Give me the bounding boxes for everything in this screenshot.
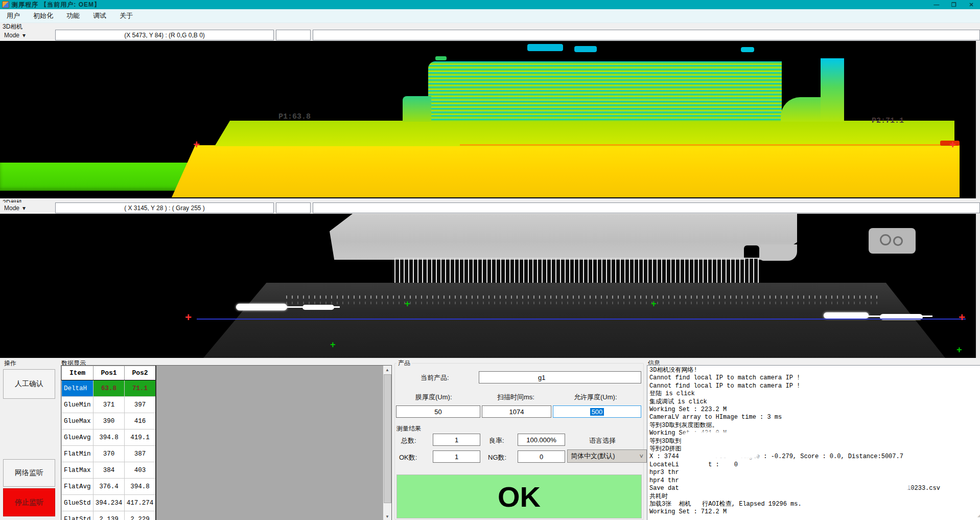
operation-panel-title: 操作: [4, 359, 16, 368]
table-row[interactable]: GlueAvg 394.8 419.1: [62, 429, 156, 446]
minimize-icon[interactable]: —: [928, 0, 945, 9]
log-line: 共耗时: [649, 493, 979, 501]
total-field[interactable]: 1: [433, 434, 480, 446]
menu-item-debug[interactable]: 调试: [86, 11, 113, 20]
table-row[interactable]: DeltaH 63.8 71.1: [62, 380, 156, 397]
table-row[interactable]: FlatAvg 376.4 394.8: [62, 479, 156, 495]
table-row[interactable]: GlueMin 371 397: [62, 397, 156, 413]
col-pos1: Pos1: [94, 366, 125, 380]
camera3d-label: 3D相机: [0, 22, 207, 30]
stop-listen-button[interactable]: 停止监听: [3, 488, 55, 516]
current-product-label: 当前产品:: [421, 373, 449, 382]
log-line: 登陆 is click: [649, 390, 979, 398]
table-row[interactable]: GlueMax 390 416: [62, 413, 156, 429]
marker-cross-green: +: [405, 300, 410, 309]
marker-cross-right: +: [959, 313, 965, 324]
close-icon[interactable]: ✕: [963, 0, 980, 9]
chevron-down-icon: ˅: [639, 453, 643, 460]
camera3d-status-box: [313, 30, 980, 40]
ok-count-field[interactable]: 1: [433, 450, 480, 463]
table-row[interactable]: FlatStd 2.139 2.229: [62, 511, 156, 520]
scroll-up-icon[interactable]: ▲: [383, 366, 391, 374]
fixture-base: [203, 283, 945, 358]
grayscale-2d-view[interactable]: + + + + + +: [0, 214, 980, 358]
table-row[interactable]: FlatMin 370 387: [62, 446, 156, 462]
scrollbar-thumb[interactable]: [384, 374, 391, 503]
menu-item-function[interactable]: 功能: [60, 11, 86, 20]
grayscale-scroll-strip[interactable]: [976, 214, 980, 358]
app-icon: [2, 1, 9, 8]
log-line: Working Set : 712.2 M: [649, 508, 979, 516]
footprint-row: [286, 296, 879, 299]
menu-item-about[interactable]: 关于: [113, 11, 139, 20]
log-line: LocateLi t : 0: [649, 461, 979, 469]
grid-scrollbar[interactable]: ▲ ▼: [383, 366, 391, 520]
log-line: 等到3D取到灰度图数据。: [649, 422, 979, 429]
film-thickness-label: 膜厚度(Um):: [415, 393, 452, 402]
log-line: Cannot find local IP to match camera IP …: [649, 374, 979, 382]
camera2d-status-box: [313, 202, 980, 213]
p1-measurement-label: P1:63.8: [278, 112, 311, 121]
log-line: 3D相机没有网络!: [649, 367, 979, 374]
camera2d-aux-box: [276, 202, 311, 213]
log-line: 集成调试 is click: [649, 398, 979, 406]
log-line: Working Set : 223.2 M: [649, 406, 979, 414]
col-item: Item: [62, 366, 94, 380]
marker-cross-green: +: [956, 346, 962, 355]
menu-item-user[interactable]: 用户: [0, 11, 27, 20]
heightmap-3d-view[interactable]: P1:63.8 P2:71.1 + +: [0, 41, 980, 198]
ok-count-label: OK数:: [399, 453, 417, 462]
ng-count-label: NG数:: [488, 453, 506, 462]
marker-cross-left: +: [185, 313, 192, 324]
scan-time-label: 扫描时间ms:: [497, 393, 534, 402]
data-grid: Item Pos1 Pos2 DeltaH 63.8 71.1 GlueMin …: [61, 365, 392, 520]
heightmap-scroll-strip[interactable]: [976, 41, 980, 198]
glue-line: [828, 315, 932, 317]
log-line: CameraLV array to HImage time : 3 ms: [649, 414, 979, 421]
language-select[interactable]: 简体中文(默认) ˅: [567, 449, 647, 463]
p2-measurement-label: P2:71.1: [872, 117, 904, 125]
marker-cross-left: +: [193, 140, 200, 151]
product-panel-title: 产品: [396, 359, 412, 368]
language-label: 语言选择: [589, 436, 616, 445]
col-pos2: Pos2: [125, 366, 156, 380]
camera3d-aux-box: [276, 30, 311, 40]
maximize-icon[interactable]: ❐: [945, 0, 963, 9]
scan-time-field[interactable]: 1074: [482, 405, 551, 418]
pcb-block: [330, 214, 797, 260]
camera3d-mode-button[interactable]: Mode ▾: [0, 30, 55, 40]
mode-label: Mode: [4, 32, 19, 39]
heightmap-left-strip: [0, 163, 193, 191]
total-label: 总数:: [401, 436, 416, 445]
camera3d-mode-bar: Mode ▾ (X 5473, Y 84) : (R 0,G 0,B 0): [0, 30, 980, 40]
data-table: Item Pos1 Pos2 DeltaH 63.8 71.1 GlueMin …: [61, 366, 156, 520]
scroll-down-icon[interactable]: ▼: [383, 512, 391, 520]
current-product-field[interactable]: g1: [479, 371, 641, 383]
allow-thickness-field[interactable]: 500: [553, 405, 641, 418]
language-value: 简体中文(默认): [571, 451, 615, 461]
yield-field[interactable]: 100.000%: [518, 434, 565, 446]
heightmap-notch-fill: [781, 97, 821, 122]
heightmap-blob: [574, 46, 597, 52]
heightmap-blob: [741, 47, 754, 52]
film-thickness-field[interactable]: 50: [396, 405, 480, 418]
table-row[interactable]: FlatMax 384 403: [62, 462, 156, 479]
chevron-down-icon: ▾: [22, 32, 26, 39]
resize-grip-icon[interactable]: ◢: [977, 512, 980, 519]
menu-item-init[interactable]: 初始化: [27, 11, 60, 20]
table-row[interactable]: GlueStd 394.234 417.274: [62, 495, 156, 511]
network-listen-button[interactable]: 网络监听: [3, 459, 55, 487]
window-title: 测厚程序 【当前用户: OEM】: [12, 1, 101, 9]
heightmap-upper-body: [428, 61, 782, 122]
ng-count-field[interactable]: 0: [518, 450, 565, 463]
window-controls: — ❐ ✕: [928, 0, 980, 9]
marker-cross-green: +: [330, 341, 336, 350]
yield-label: 良率:: [489, 436, 504, 445]
pcb-tab: [760, 244, 797, 261]
heightmap-right-column: [821, 58, 844, 122]
info-log[interactable]: 3D相机没有网络! Cannot find local IP to match …: [647, 365, 980, 520]
camera2d-mode-button[interactable]: Mode ▾: [0, 202, 55, 213]
heightmap-slab: [172, 145, 960, 197]
manual-confirm-button[interactable]: 人工确认: [3, 369, 55, 399]
mode-label: Mode: [4, 205, 19, 212]
